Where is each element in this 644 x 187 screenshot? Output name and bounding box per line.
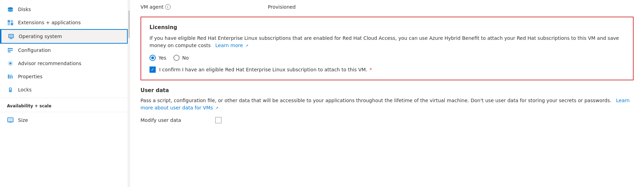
scroll-track[interactable] — [128, 0, 130, 187]
scroll-thumb[interactable] — [128, 10, 130, 38]
main-content: VM agent i Provisioned Licensing If you … — [130, 0, 644, 187]
user-data-desc: Pass a script, configuration file, or ot… — [140, 97, 634, 112]
user-data-title: User data — [140, 87, 634, 93]
sidebar-item-label-disks: Disks — [18, 7, 31, 12]
svg-rect-30 — [8, 118, 12, 121]
sidebar-divider-2 — [0, 112, 128, 112]
svg-rect-12 — [9, 35, 13, 37]
svg-rect-16 — [8, 50, 13, 51]
advisor-icon — [7, 60, 14, 67]
sidebar-divider — [0, 98, 128, 98]
svg-rect-26 — [12, 75, 13, 79]
vm-agent-info-icon[interactable]: i — [165, 4, 171, 10]
modify-user-data-label: Modify user data — [140, 117, 210, 123]
radio-group: Yes No — [149, 55, 625, 61]
svg-rect-13 — [10, 38, 12, 39]
checkbox-confirm[interactable]: ✓ — [149, 66, 156, 73]
licensing-title: Licensing — [149, 24, 625, 30]
sidebar-item-extensions[interactable]: Extensions + applications — [0, 16, 128, 29]
radio-no[interactable]: No — [173, 55, 189, 61]
sidebar-item-label-size: Size — [18, 117, 28, 123]
sidebar: Disks Extensions + applications Operatin… — [0, 0, 128, 187]
svg-point-28 — [10, 91, 11, 91]
vm-agent-value: Provisioned — [268, 4, 296, 10]
svg-rect-7 — [8, 20, 10, 23]
checkbox-confirm-row: ✓ I confirm I have an eligible Red Hat E… — [149, 66, 625, 73]
radio-no-label: No — [182, 55, 189, 61]
sidebar-item-disks[interactable]: Disks — [0, 3, 128, 16]
sidebar-item-label-locks: Locks — [18, 87, 31, 92]
checkbox-confirm-label: I confirm I have an eligible Red Hat Ent… — [159, 67, 372, 72]
svg-rect-23 — [9, 74, 10, 79]
size-icon — [7, 117, 14, 124]
licensing-learn-more-link[interactable]: Learn more ↗ — [214, 43, 248, 48]
radio-no-circle[interactable] — [173, 55, 180, 61]
sidebar-item-label-extensions: Extensions + applications — [18, 20, 81, 25]
checkbox-check-icon: ✓ — [151, 68, 154, 72]
sidebar-item-label-properties: Properties — [18, 74, 43, 79]
svg-rect-32 — [9, 122, 11, 123]
config-icon — [7, 47, 14, 54]
external-link-icon: ↗ — [245, 43, 248, 49]
sidebar-item-label-advisor: Advisor recommendations — [18, 61, 81, 66]
modify-user-data-row: Modify user data — [140, 117, 634, 123]
modify-user-data-checkbox[interactable] — [215, 117, 221, 123]
vm-agent-label: VM agent i — [140, 4, 265, 10]
svg-rect-25 — [11, 74, 12, 79]
svg-rect-9 — [8, 23, 10, 25]
radio-yes[interactable]: Yes — [149, 55, 166, 61]
sidebar-item-locks[interactable]: Locks — [0, 83, 128, 96]
required-star: * — [370, 67, 372, 72]
sidebar-item-label-os: Operating system — [19, 34, 62, 39]
svg-rect-8 — [11, 20, 13, 23]
sidebar-item-configuration[interactable]: Configuration — [0, 44, 128, 57]
sidebar-item-operating-system[interactable]: Operating system — [0, 29, 128, 44]
sidebar-item-label-config: Configuration — [18, 47, 51, 53]
svg-point-21 — [10, 63, 11, 64]
disks-icon — [7, 6, 14, 13]
os-icon — [8, 33, 15, 40]
vm-agent-row: VM agent i Provisioned — [140, 0, 634, 14]
sidebar-item-advisor[interactable]: Advisor recommendations — [0, 57, 128, 70]
properties-icon — [7, 73, 14, 80]
sidebar-item-properties[interactable]: Properties — [0, 70, 128, 83]
radio-yes-label: Yes — [158, 55, 166, 61]
sidebar-item-size[interactable]: Size — [0, 114, 128, 127]
extensions-icon — [7, 19, 14, 26]
svg-rect-10 — [11, 23, 13, 25]
availability-scale-section-title: Availability + scale — [0, 99, 128, 110]
svg-rect-24 — [10, 75, 11, 79]
svg-rect-15 — [8, 48, 13, 49]
svg-rect-22 — [8, 74, 9, 79]
licensing-desc: If you have eligible Red Hat Enterprise … — [149, 35, 625, 49]
licensing-box: Licensing If you have eligible Red Hat E… — [140, 17, 634, 80]
radio-yes-circle[interactable] — [149, 55, 156, 61]
user-data-external-link-icon: ↗ — [215, 106, 218, 112]
locks-icon — [7, 86, 14, 93]
svg-rect-18 — [8, 48, 9, 52]
svg-rect-14 — [9, 39, 13, 39]
